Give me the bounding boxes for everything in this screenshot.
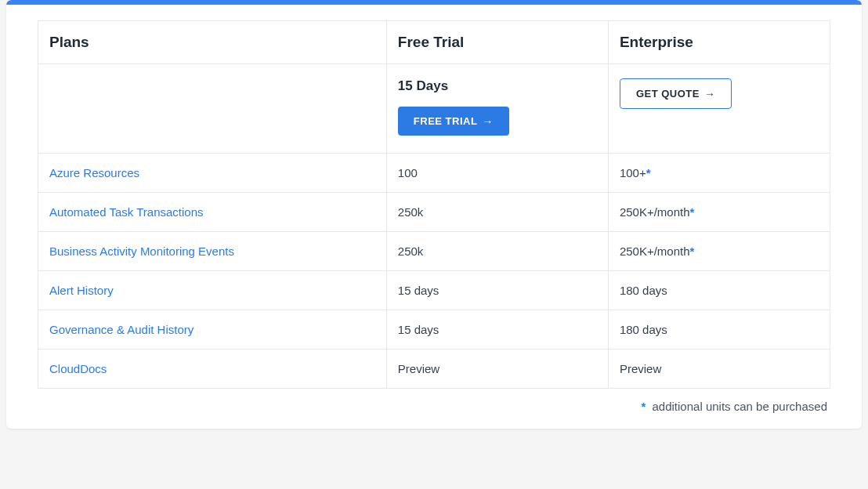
header-trial: Free Trial: [386, 21, 608, 64]
feature-cell: Automated Task Transactions: [38, 193, 387, 232]
header-enterprise: Enterprise: [608, 21, 830, 64]
enterprise-value: 250K+/month: [620, 244, 690, 258]
free-trial-button-label: FREE TRIAL: [414, 115, 478, 127]
asterisk-icon: *: [690, 205, 695, 219]
feature-link[interactable]: CloudDocs: [49, 362, 107, 375]
header-plans: Plans: [38, 21, 387, 64]
get-quote-button-label: GET QUOTE: [636, 88, 700, 100]
get-quote-button[interactable]: GET QUOTE →: [620, 78, 732, 109]
feature-link[interactable]: Business Activity Monitoring Events: [49, 244, 234, 258]
enterprise-value: 180 days: [620, 284, 667, 297]
footnote-text: additional units can be purchased: [653, 400, 828, 413]
table-row: Governance & Audit History15 days180 day…: [38, 310, 830, 350]
table-row: Alert History15 days180 days: [38, 271, 830, 310]
asterisk-icon: *: [690, 244, 695, 258]
trial-cell: 15 days: [386, 310, 608, 350]
enterprise-cell: 100+*: [608, 154, 830, 193]
enterprise-cell: 250K+/month*: [608, 232, 830, 271]
cta-trial-cell: 15 Days FREE TRIAL →: [386, 64, 608, 154]
cta-enterprise-cell: GET QUOTE →: [608, 64, 830, 154]
feature-link[interactable]: Governance & Audit History: [49, 323, 193, 336]
enterprise-cell: Preview: [608, 350, 830, 389]
feature-cell: Governance & Audit History: [38, 310, 387, 350]
arrow-right-icon: →: [704, 89, 716, 100]
pricing-card: Plans Free Trial Enterprise 15 Days FREE…: [6, 0, 862, 429]
enterprise-cell: 180 days: [608, 271, 830, 310]
trial-days-label: 15 Days: [398, 78, 597, 94]
feature-link[interactable]: Azure Resources: [49, 166, 139, 179]
table-row: Business Activity Monitoring Events250k2…: [38, 232, 830, 271]
cta-row: 15 Days FREE TRIAL → GET QUOTE →: [38, 64, 830, 154]
table-row: CloudDocsPreviewPreview: [38, 350, 830, 389]
table-container: Plans Free Trial Enterprise 15 Days FREE…: [6, 5, 862, 429]
feature-cell: Azure Resources: [38, 154, 387, 193]
trial-cell: 250k: [386, 193, 608, 232]
enterprise-value: 250K+/month: [620, 205, 690, 219]
arrow-right-icon: →: [482, 116, 494, 127]
free-trial-button[interactable]: FREE TRIAL →: [398, 107, 509, 136]
enterprise-cell: 250K+/month*: [608, 193, 830, 232]
enterprise-value: Preview: [620, 362, 661, 375]
feature-cell: Business Activity Monitoring Events: [38, 232, 387, 271]
trial-cell: 250k: [386, 232, 608, 271]
asterisk-icon: *: [646, 166, 651, 179]
trial-cell: 100: [386, 154, 608, 193]
feature-link[interactable]: Automated Task Transactions: [49, 205, 204, 219]
feature-cell: CloudDocs: [38, 350, 387, 389]
cta-empty-cell: [38, 64, 387, 154]
enterprise-value: 180 days: [620, 323, 667, 336]
footnote: * additional units can be purchased: [38, 400, 830, 413]
feature-cell: Alert History: [38, 271, 387, 310]
table-row: Azure Resources100100+*: [38, 154, 830, 193]
pricing-table: Plans Free Trial Enterprise 15 Days FREE…: [38, 20, 830, 389]
header-row: Plans Free Trial Enterprise: [38, 21, 830, 64]
feature-link[interactable]: Alert History: [49, 284, 114, 297]
enterprise-value: 100+: [620, 166, 646, 179]
enterprise-cell: 180 days: [608, 310, 830, 350]
table-row: Automated Task Transactions250k250K+/mon…: [38, 193, 830, 232]
trial-cell: 15 days: [386, 271, 608, 310]
footnote-marker: *: [641, 400, 646, 413]
trial-cell: Preview: [386, 350, 608, 389]
